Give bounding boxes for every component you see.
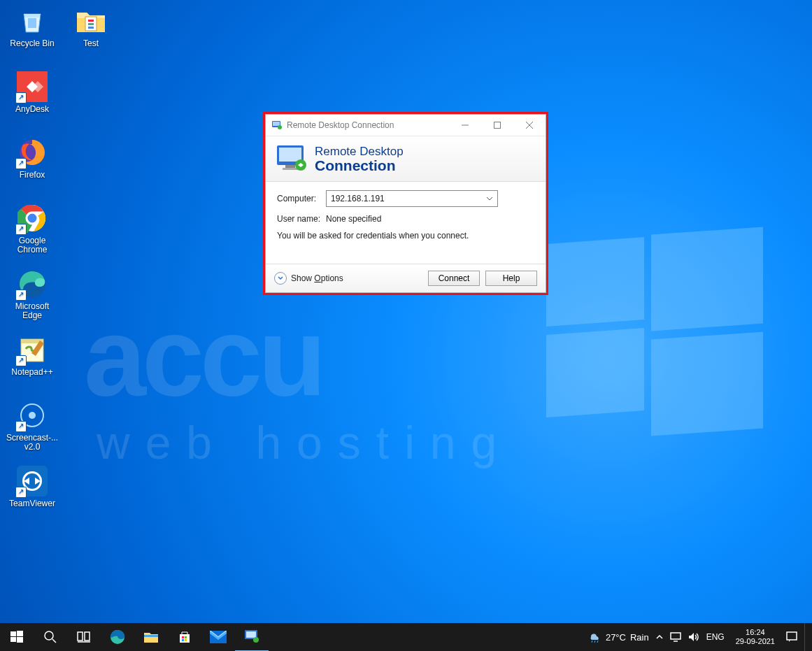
minimize-button[interactable] (449, 115, 481, 136)
desktop-icon-firefox[interactable]: ↗ Firefox (6, 136, 59, 196)
svg-rect-33 (85, 632, 90, 641)
system-tray: 27°C Rain ENG 16:24 29-09-2021 (587, 623, 812, 651)
help-button[interactable]: Help (485, 271, 537, 286)
rdp-app-icon (271, 120, 283, 131)
desktop-icon-test[interactable]: Test (64, 4, 117, 64)
watermark: accu web hosting (84, 301, 512, 466)
desktop-icon-recycle-bin[interactable]: Recycle Bin (6, 4, 59, 64)
svg-rect-42 (246, 631, 256, 638)
banner-line1: Remote Desktop (315, 145, 404, 158)
windows-logo-wallpaper (546, 231, 763, 427)
taskbar-rdp[interactable] (235, 622, 269, 651)
svg-rect-19 (273, 122, 280, 126)
credentials-note: You will be asked for credentials when y… (277, 231, 534, 241)
action-center-icon[interactable] (786, 631, 797, 643)
icon-label: Test (64, 39, 117, 48)
desktop-icon-screencast[interactable]: ↗ Screencast-... v2.0 (6, 399, 59, 459)
watermark-bottom: web hosting (84, 420, 512, 466)
weather-icon (587, 630, 601, 644)
computer-value: 192.168.1.191 (331, 194, 385, 203)
svg-rect-37 (185, 636, 187, 638)
desktop-icon-teamviewer[interactable]: ↗ TeamViewer (6, 464, 59, 524)
folder-icon (74, 4, 108, 38)
watermark-top: accu (84, 301, 512, 413)
rdp-banner: Remote Desktop Connection (266, 136, 546, 182)
svg-rect-36 (182, 636, 184, 638)
taskbar-explorer[interactable] (134, 623, 168, 651)
screencast-icon: ↗ (15, 399, 49, 432)
svg-rect-25 (283, 168, 298, 170)
chrome-icon: ↗ (15, 201, 49, 235)
rdp-banner-icon (276, 144, 308, 173)
weather-widget[interactable]: 27°C Rain (587, 630, 649, 644)
desktop-icon-edge[interactable]: ↗ Microsoft Edge (6, 267, 59, 327)
firefox-icon: ↗ (15, 136, 49, 169)
tray-monitor-icon[interactable] (670, 632, 681, 642)
edge-icon: ↗ (15, 267, 49, 301)
date: 29-09-2021 (736, 637, 775, 646)
close-button[interactable] (513, 115, 546, 136)
svg-rect-21 (494, 122, 501, 129)
desktop-icon-anydesk[interactable]: ↗ AnyDesk (6, 70, 59, 130)
svg-point-20 (278, 125, 282, 129)
svg-point-10 (29, 412, 36, 419)
desktop-icon-notepadpp[interactable]: ↗ Notepad++ (6, 333, 59, 393)
svg-rect-35 (144, 635, 158, 637)
svg-rect-45 (787, 632, 797, 640)
svg-rect-44 (671, 633, 681, 639)
taskbar-mail[interactable] (201, 623, 235, 651)
svg-rect-0 (28, 18, 36, 28)
window-title: Remote Desktop Connection (287, 120, 449, 130)
svg-point-31 (45, 631, 53, 640)
svg-rect-29 (10, 637, 16, 642)
svg-rect-30 (17, 637, 23, 643)
username-value: None specified (326, 214, 381, 224)
svg-rect-23 (279, 148, 301, 162)
svg-rect-24 (285, 165, 295, 168)
rdp-window[interactable]: Remote Desktop Connection Remote Desktop… (265, 114, 546, 293)
task-view-button[interactable] (67, 623, 101, 651)
svg-rect-39 (185, 639, 187, 641)
icon-label: Notepad++ (6, 368, 59, 377)
username-label: User name: (277, 214, 326, 224)
show-options-toggle[interactable]: Show Options (274, 272, 343, 285)
svg-rect-17 (88, 27, 94, 29)
icon-label: Screencast-... v2.0 (6, 434, 59, 452)
svg-rect-32 (78, 632, 83, 641)
icon-label: AnyDesk (6, 105, 59, 114)
desktop-icon-chrome[interactable]: ↗ Google Chrome (6, 201, 59, 262)
recycle-bin-icon (15, 4, 49, 38)
svg-rect-38 (182, 639, 184, 641)
svg-rect-28 (17, 631, 23, 636)
icon-label: Microsoft Edge (6, 302, 59, 320)
search-button[interactable] (34, 623, 67, 651)
connect-button[interactable]: Connect (428, 271, 480, 286)
banner-line2: Connection (315, 158, 404, 173)
show-desktop-button[interactable] (804, 623, 809, 651)
weather-cond: Rain (630, 632, 649, 643)
time: 16:24 (736, 628, 775, 637)
computer-label: Computer: (277, 194, 326, 203)
taskbar[interactable]: 27°C Rain ENG 16:24 29-09-2021 (0, 623, 812, 651)
taskbar-store[interactable] (168, 623, 201, 651)
anydesk-icon: ↗ (15, 70, 49, 103)
desktop[interactable]: accu web hosting Recycle Bin ↗ AnyDesk ↗… (0, 0, 812, 651)
volume-icon[interactable] (688, 632, 699, 642)
notepadpp-icon: ↗ (15, 333, 49, 366)
tray-overflow[interactable] (656, 634, 663, 641)
chevron-down-icon (274, 272, 287, 285)
weather-temp: 27°C (606, 632, 626, 643)
taskbar-edge[interactable] (101, 623, 134, 651)
language-indicator[interactable]: ENG (706, 632, 725, 642)
svg-rect-27 (10, 631, 16, 636)
start-button[interactable] (0, 623, 34, 651)
svg-rect-16 (88, 23, 94, 25)
teamviewer-icon: ↗ (15, 464, 49, 498)
chevron-down-icon (486, 195, 493, 202)
maximize-button[interactable] (481, 115, 513, 136)
titlebar[interactable]: Remote Desktop Connection (266, 115, 546, 136)
icon-label: Firefox (6, 171, 59, 180)
rdp-window-highlight: Remote Desktop Connection Remote Desktop… (263, 112, 548, 295)
clock[interactable]: 16:24 29-09-2021 (732, 628, 779, 646)
computer-combobox[interactable]: 192.168.1.191 (326, 190, 498, 207)
